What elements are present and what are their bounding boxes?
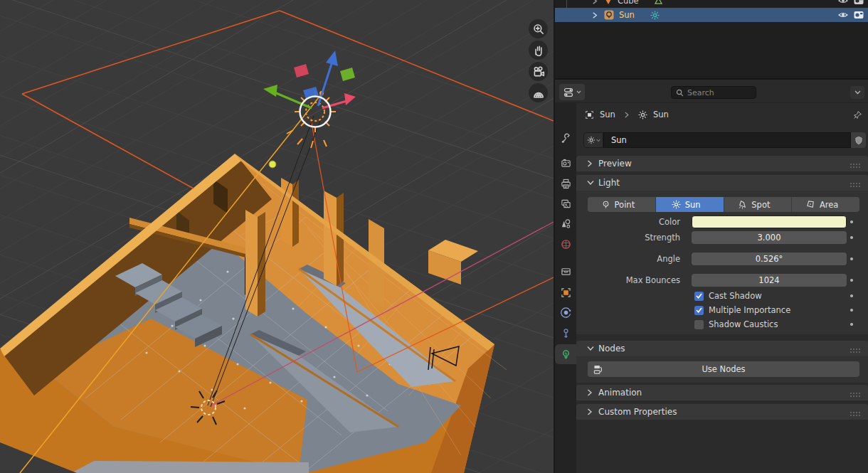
panel-drag-grip[interactable]	[850, 390, 861, 400]
projection-toggle-button[interactable]	[529, 83, 548, 102]
search-icon	[676, 89, 684, 97]
light-type-spot[interactable]: Spot	[724, 197, 793, 212]
keyframe-dot[interactable]	[850, 236, 853, 239]
light-type-point[interactable]: Point	[588, 197, 656, 212]
keyframe-dot[interactable]	[850, 294, 853, 297]
zoom-button[interactable]	[529, 19, 548, 38]
expand-chevron-icon[interactable]	[592, 0, 598, 4]
light-type-area[interactable]: Area	[792, 197, 859, 212]
disable-render-camera-icon[interactable]	[854, 11, 864, 19]
hide-eye-icon[interactable]	[838, 11, 848, 19]
keyframe-dot[interactable]	[850, 220, 853, 223]
strength-row: Strength 3.000	[576, 231, 868, 244]
tab-object[interactable]	[555, 282, 576, 302]
shadow-caustics-checkbox[interactable]	[694, 320, 704, 329]
pan-button[interactable]	[529, 41, 548, 60]
header-menu-button[interactable]	[850, 86, 864, 99]
panel-preview-header[interactable]: Preview	[576, 156, 868, 171]
chevron-down-icon	[596, 139, 600, 142]
camera-view-button[interactable]	[529, 62, 548, 81]
search-input[interactable]: Search	[671, 86, 756, 99]
editor-type-button[interactable]	[559, 84, 585, 100]
pin-icon[interactable]	[853, 110, 862, 119]
chevron-down-icon	[854, 90, 861, 95]
outliner[interactable]: Cube	[555, 0, 868, 80]
outliner-row-sun[interactable]: Sun	[555, 8, 868, 22]
cast-shadow-checkbox[interactable]	[694, 292, 704, 301]
strength-label: Strength	[576, 233, 680, 243]
light-datablock-selector[interactable]	[583, 132, 603, 148]
world-icon	[561, 239, 571, 250]
keyframe-dot[interactable]	[850, 257, 853, 260]
expand-chevron-icon[interactable]	[592, 12, 598, 18]
light-type-selector: Point Sun Spot Area	[588, 197, 859, 212]
panel-custom-properties-header[interactable]: Custom Properties	[576, 404, 868, 420]
properties-tab-rail	[555, 103, 576, 473]
3d-viewport[interactable]	[0, 0, 554, 473]
panel-drag-grip[interactable]	[850, 346, 861, 356]
disable-render-camera-icon[interactable]	[854, 0, 864, 5]
tab-collection[interactable]	[555, 261, 576, 281]
tab-render[interactable]	[555, 153, 576, 173]
panel-nodes-header[interactable]: Nodes	[576, 341, 868, 356]
strength-field[interactable]: 3.000	[692, 231, 847, 244]
area-light-icon	[806, 200, 815, 209]
sun-light-icon	[672, 200, 681, 209]
color-swatch[interactable]	[692, 216, 847, 228]
keyframe-dot[interactable]	[850, 323, 853, 326]
fake-user-button[interactable]	[851, 132, 866, 148]
properties-header-bar: Search	[555, 81, 868, 103]
tab-view-layer[interactable]	[555, 193, 576, 213]
hide-eye-icon[interactable]	[838, 0, 848, 5]
use-nodes-label: Use Nodes	[702, 364, 745, 374]
panel-title: Light	[598, 178, 620, 188]
breadcrumb-chevron-icon	[624, 112, 630, 118]
breadcrumb-object[interactable]: Sun	[600, 110, 615, 119]
light-type-label: Spot	[751, 200, 770, 210]
shadow-caustics-label: Shadow Caustics	[709, 319, 778, 329]
use-nodes-button[interactable]: Use Nodes	[588, 361, 859, 377]
datablock-name-field[interactable]: Sun	[603, 132, 851, 148]
tab-object-data[interactable]	[555, 344, 576, 364]
sun-light-gizmo[interactable]	[263, 51, 356, 148]
panel-drag-grip[interactable]	[850, 180, 861, 190]
panel-drag-grip[interactable]	[850, 161, 861, 171]
panel-light-header[interactable]: Light	[576, 175, 868, 191]
max-bounces-row: Max Bounces 1024	[576, 274, 868, 287]
spot-light-icon	[738, 200, 747, 209]
light-type-sun[interactable]: Sun	[656, 197, 724, 212]
search-placeholder: Search	[687, 88, 714, 97]
angle-field[interactable]: 0.526°	[692, 253, 847, 265]
color-row: Color	[576, 216, 868, 228]
panel-title: Nodes	[598, 344, 625, 354]
sun-line-handle[interactable]	[269, 161, 276, 168]
outliner-item-label[interactable]: Sun	[619, 10, 635, 20]
panel-animation-header[interactable]: Animation	[576, 385, 868, 400]
object-icon	[561, 287, 571, 298]
keyframe-dot[interactable]	[850, 279, 853, 282]
light-type-label: Area	[820, 200, 838, 210]
viewport-scene	[0, 0, 554, 473]
max-bounces-field[interactable]: 1024	[692, 274, 847, 287]
mesh-object-icon	[604, 0, 613, 5]
tab-world[interactable]	[555, 234, 576, 254]
breadcrumb-data[interactable]: Sun	[653, 110, 669, 119]
tab-tool[interactable]	[555, 128, 576, 148]
panel-drag-grip[interactable]	[850, 409, 861, 419]
tab-scene[interactable]	[555, 213, 576, 233]
outliner-row-cube[interactable]: Cube	[555, 0, 868, 8]
view-layer-icon	[561, 198, 571, 209]
scene-icon	[561, 218, 571, 229]
tab-constraints[interactable]	[555, 323, 576, 343]
tab-physics[interactable]	[555, 302, 576, 322]
keyframe-dot[interactable]	[850, 309, 853, 312]
expanded-chevron-icon	[587, 346, 596, 351]
multiple-importance-checkbox[interactable]	[694, 306, 704, 315]
outliner-item-label[interactable]: Cube	[618, 0, 639, 6]
sun-data-icon	[650, 11, 660, 20]
tab-output[interactable]	[555, 174, 576, 193]
id-datablock-row: Sun	[576, 132, 868, 148]
max-bounces-label: Max Bounces	[576, 275, 680, 285]
light-data-icon	[561, 349, 571, 360]
mesh-data-icon	[655, 0, 662, 5]
